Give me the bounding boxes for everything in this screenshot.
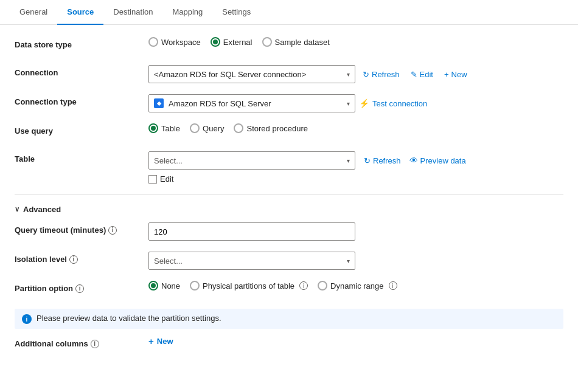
partition-option-radio-group: None Physical partitions of table i Dyna… <box>148 281 397 291</box>
tab-source[interactable]: Source <box>57 0 103 25</box>
tab-destination[interactable]: Destination <box>103 0 162 25</box>
data-store-type-label: Data store type <box>15 37 148 49</box>
radio-stored-proc-circle <box>234 123 243 133</box>
tab-settings[interactable]: Settings <box>212 0 260 25</box>
radio-physical-circle <box>190 281 200 291</box>
additional-columns-control: + New <box>148 336 563 346</box>
partition-option-info-icon[interactable]: i <box>75 284 84 293</box>
isolation-level-dropdown[interactable]: Select... ▾ <box>148 252 355 270</box>
radio-dynamic-range[interactable]: Dynamic range i <box>318 281 397 291</box>
radio-none-label: None <box>161 281 180 291</box>
partition-option-label: Partition option i <box>15 281 148 293</box>
radio-sample-circle <box>262 37 272 47</box>
radio-external-circle <box>211 37 220 47</box>
physical-partitions-info-icon[interactable]: i <box>299 281 308 290</box>
connection-type-value: Amazon RDS for SQL Server <box>169 99 342 108</box>
isolation-level-placeholder: Select... <box>154 256 342 266</box>
connection-dropdown-value: <Amazon RDS for SQL Server connection> <box>154 70 342 79</box>
query-timeout-input[interactable] <box>148 222 355 241</box>
isolation-level-label: Isolation level i <box>15 252 148 264</box>
radio-workspace-circle <box>148 37 158 47</box>
radio-stored-procedure[interactable]: Stored procedure <box>234 123 307 133</box>
radio-sample-dataset[interactable]: Sample dataset <box>262 37 330 47</box>
additional-columns-row: Additional columns i + New <box>15 336 563 353</box>
preview-data-button[interactable]: 👁 Preview data <box>409 156 466 165</box>
radio-external[interactable]: External <box>211 37 252 47</box>
radio-query[interactable]: Query <box>190 123 224 133</box>
data-store-type-control: Workspace External Sample dataset <box>148 37 563 47</box>
radio-external-label: External <box>223 38 252 47</box>
tab-bar: General Source Destination Mapping Setti… <box>0 0 578 25</box>
radio-dynamic-label: Dynamic range <box>330 281 383 291</box>
isolation-level-row: Isolation level i Select... ▾ <box>15 252 563 270</box>
table-dropdown[interactable]: Select... ▾ <box>148 151 355 170</box>
additional-columns-new-button[interactable]: + New <box>148 336 173 346</box>
connection-type-db-icon: ◆ <box>154 98 164 108</box>
connection-edit-button[interactable]: ✎ Edit <box>407 67 437 81</box>
advanced-chevron-icon: ∨ <box>15 205 19 213</box>
connection-control: <Amazon RDS for SQL Server connection> ▾… <box>148 65 563 83</box>
use-query-row: Use query Table Query Stored procedure <box>15 123 563 140</box>
dynamic-range-info-icon[interactable]: i <box>389 281 397 290</box>
radio-none-circle <box>148 281 158 291</box>
isolation-level-control: Select... ▾ <box>148 252 563 270</box>
query-timeout-info-icon[interactable]: i <box>108 226 117 235</box>
partition-option-row: Partition option i None Physical partiti… <box>15 281 563 298</box>
use-query-label: Use query <box>15 123 148 136</box>
test-connection-icon: ⚡ <box>359 98 369 108</box>
table-edit-label: Edit <box>160 174 173 184</box>
connection-label: Connection <box>15 65 148 77</box>
isolation-level-info-icon[interactable]: i <box>69 255 78 264</box>
data-store-type-row: Data store type Workspace External Sampl… <box>15 37 563 54</box>
table-label: Table <box>15 151 148 163</box>
radio-query-circle <box>190 123 200 133</box>
connection-refresh-button[interactable]: ↻ Refresh <box>359 67 403 81</box>
radio-physical-label: Physical partitions of table <box>203 281 294 291</box>
radio-workspace[interactable]: Workspace <box>148 37 201 47</box>
radio-sample-label: Sample dataset <box>275 38 330 47</box>
form-body: Data store type Workspace External Sampl… <box>0 25 578 376</box>
additional-columns-plus-icon: + <box>148 336 154 346</box>
additional-columns-label: Additional columns i <box>15 336 148 348</box>
connection-dropdown[interactable]: <Amazon RDS for SQL Server connection> ▾ <box>148 65 355 83</box>
query-timeout-label: Query timeout (minutes) i <box>15 222 148 235</box>
info-banner-text: Please preview data to validate the part… <box>37 314 221 323</box>
radio-physical-partitions[interactable]: Physical partitions of table i <box>190 281 308 291</box>
connection-type-chevron-icon: ▾ <box>347 100 350 107</box>
table-refresh-button[interactable]: ↻ Refresh <box>360 154 405 168</box>
isolation-level-chevron-icon: ▾ <box>347 258 350 264</box>
connection-type-label: Connection type <box>15 94 148 106</box>
connection-type-dropdown[interactable]: ◆ Amazon RDS for SQL Server ▾ <box>148 94 355 112</box>
table-edit-row: Edit <box>148 174 173 184</box>
advanced-label: Advanced <box>23 205 61 214</box>
additional-columns-info-icon[interactable]: i <box>91 340 99 348</box>
connection-type-control: ◆ Amazon RDS for SQL Server ▾ ⚡ Test con… <box>148 94 563 112</box>
data-store-type-radio-group: Workspace External Sample dataset <box>148 37 330 47</box>
info-banner-icon: i <box>22 314 32 324</box>
query-timeout-row: Query timeout (minutes) i <box>15 222 563 241</box>
connection-chevron-icon: ▾ <box>347 71 350 78</box>
table-edit-checkbox[interactable] <box>148 175 157 184</box>
advanced-divider <box>15 194 563 195</box>
advanced-toggle[interactable]: ∨ Advanced <box>15 205 563 214</box>
plus-icon: + <box>444 70 449 79</box>
radio-table[interactable]: Table <box>148 123 180 133</box>
tab-general[interactable]: General <box>10 0 57 25</box>
radio-stored-proc-label: Stored procedure <box>246 124 307 133</box>
radio-workspace-label: Workspace <box>161 38 201 47</box>
radio-table-label: Table <box>161 124 180 133</box>
table-refresh-icon: ↻ <box>364 156 371 165</box>
test-connection-button[interactable]: ⚡ Test connection <box>359 98 427 108</box>
edit-icon: ✎ <box>411 70 417 79</box>
tab-mapping[interactable]: Mapping <box>162 0 212 25</box>
table-control: Select... ▾ ↻ Refresh 👁 Preview data Edi… <box>148 151 563 184</box>
partition-option-control: None Physical partitions of table i Dyna… <box>148 281 563 291</box>
table-row: Table Select... ▾ ↻ Refresh 👁 Preview da… <box>15 151 563 184</box>
query-timeout-control <box>148 222 563 241</box>
table-dropdown-placeholder: Select... <box>154 156 342 165</box>
refresh-icon: ↻ <box>363 70 369 79</box>
radio-table-circle <box>148 123 158 133</box>
connection-new-button[interactable]: + New <box>440 67 471 81</box>
radio-dynamic-circle <box>318 281 327 291</box>
radio-none[interactable]: None <box>148 281 180 291</box>
